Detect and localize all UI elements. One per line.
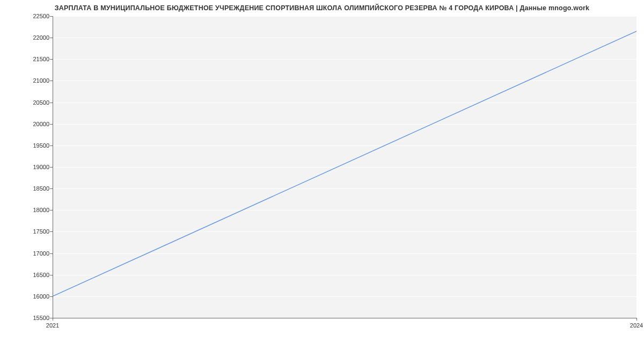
grid-line bbox=[53, 275, 636, 275]
x-tick-label: 2021 bbox=[46, 322, 59, 329]
y-tick-label: 17500 bbox=[6, 228, 49, 235]
x-tick-mark bbox=[636, 318, 637, 321]
y-tick-mark bbox=[50, 231, 53, 232]
y-tick-label: 15500 bbox=[6, 315, 49, 321]
grid-line bbox=[53, 210, 636, 210]
y-tick-label: 20000 bbox=[6, 121, 49, 127]
y-tick-label: 18500 bbox=[6, 185, 49, 192]
y-tick-mark bbox=[50, 16, 53, 17]
grid-line bbox=[53, 188, 636, 189]
y-tick-label: 19000 bbox=[6, 164, 49, 170]
grid-line bbox=[53, 81, 636, 81]
y-tick-label: 21000 bbox=[6, 77, 49, 84]
x-axis-line bbox=[53, 318, 636, 318]
grid-line bbox=[53, 146, 636, 146]
y-tick-label: 20500 bbox=[6, 99, 49, 106]
plot-area bbox=[53, 16, 636, 318]
y-tick-label: 16000 bbox=[6, 293, 49, 300]
y-tick-label: 22000 bbox=[6, 34, 49, 41]
y-tick-label: 21500 bbox=[6, 56, 49, 62]
y-tick-label: 18000 bbox=[6, 207, 49, 213]
y-tick-label: 16500 bbox=[6, 272, 49, 278]
y-tick-mark bbox=[50, 81, 53, 81]
y-tick-mark bbox=[50, 146, 53, 146]
y-axis-line bbox=[53, 16, 53, 318]
grid-line bbox=[53, 38, 636, 38]
y-tick-mark bbox=[50, 296, 53, 297]
y-tick-mark bbox=[50, 253, 53, 254]
chart-title: ЗАРПЛАТА В МУНИЦИПАЛЬНОЕ БЮДЖЕТНОЕ УЧРЕЖ… bbox=[0, 4, 644, 12]
grid-line bbox=[53, 59, 636, 60]
grid-line bbox=[53, 167, 636, 168]
grid-line bbox=[53, 253, 636, 254]
chart-container: ЗАРПЛАТА В МУНИЦИПАЛЬНОЕ БЮДЖЕТНОЕ УЧРЕЖ… bbox=[0, 0, 644, 349]
y-tick-label: 19500 bbox=[6, 142, 49, 149]
y-tick-mark bbox=[50, 103, 53, 103]
y-tick-mark bbox=[50, 188, 53, 189]
grid-line bbox=[53, 16, 636, 17]
y-tick-mark bbox=[50, 124, 53, 125]
y-tick-mark bbox=[50, 275, 53, 275]
grid-line bbox=[53, 124, 636, 125]
y-tick-label: 22500 bbox=[6, 13, 49, 19]
grid-line bbox=[53, 103, 636, 103]
y-tick-mark bbox=[50, 59, 53, 60]
x-tick-mark bbox=[53, 318, 53, 321]
y-tick-mark bbox=[50, 38, 53, 38]
y-tick-label: 17000 bbox=[6, 250, 49, 257]
x-tick-label: 2024 bbox=[630, 322, 643, 329]
grid-line bbox=[53, 231, 636, 232]
y-tick-mark bbox=[50, 210, 53, 210]
y-tick-mark bbox=[50, 167, 53, 168]
grid-line bbox=[53, 296, 636, 297]
